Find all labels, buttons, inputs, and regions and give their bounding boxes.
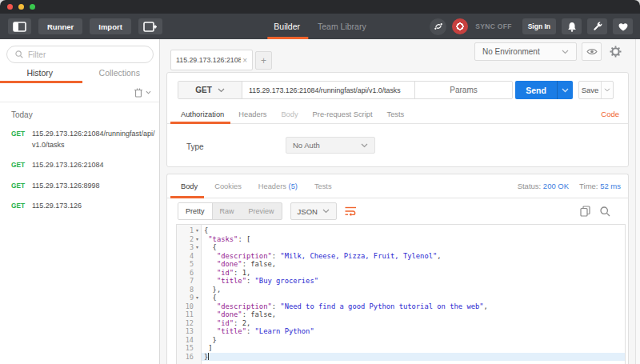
response-status: Status: 200 OK Time: 52 ms [518,182,621,190]
body-label: Body [281,110,298,118]
wrap-lines-icon[interactable] [345,206,357,216]
app-toolbar: Runner Import Builder Team Library [0,14,640,39]
filter-input[interactable]: Filter [6,46,154,63]
import-label: Import [98,22,122,31]
headers-count: (5) [289,182,298,190]
sidebar-toggle-button[interactable] [8,18,31,34]
history-item[interactable]: GET 115.29.173.126:8998 [11,181,159,192]
environment-select[interactable]: No Environment [474,42,577,61]
chevron-down-icon[interactable] [146,90,151,94]
tab-body[interactable]: Body [281,105,298,123]
tab-authorization[interactable]: Authorization [181,105,224,123]
history-item[interactable]: GET 115.29.173.126 [11,201,159,212]
environment-settings-button[interactable] [606,42,625,61]
code-link[interactable]: Code [601,110,619,118]
response-tabs: Body Cookies Headers (5) Tests Status: 2… [167,174,628,198]
save-options-caret[interactable] [601,82,613,98]
response-card: Body Cookies Headers (5) Tests Status: 2… [166,174,629,364]
tab-response-headers[interactable]: Headers (5) [258,174,298,198]
runner-button[interactable]: Runner [38,18,82,34]
tab-tests[interactable]: Tests [387,105,405,123]
gear-icon [610,46,622,58]
send-button[interactable]: Send [515,81,573,99]
prerequest-label: Pre-request Script [313,110,373,118]
history-tab-underline [0,81,82,83]
history-url: 115.29.173.126:21084 [32,160,157,171]
response-body-label: Body [181,182,198,190]
code-lines: { "tasks": [ { "description": "Milk, Che… [202,225,625,364]
send-options-caret[interactable] [557,81,573,99]
params-button[interactable]: Params [414,82,512,98]
sync-status-icon[interactable] [452,18,468,34]
zoom-window-button[interactable] [30,4,35,10]
main-area: 115.29.173.126:2108 × + No Environment [160,39,640,364]
notifications-button[interactable] [562,18,582,34]
tab-headers[interactable]: Headers [238,105,266,123]
team-library-label: Team Library [318,22,366,31]
request-tab[interactable]: 115.29.173.126:2108 × [170,50,253,70]
tab-history[interactable]: History [0,65,80,81]
language-select[interactable]: JSON [290,202,337,220]
close-tab-icon[interactable]: × [241,56,247,65]
tab-team-library[interactable]: Team Library [318,14,366,39]
auth-type-value: No Auth [293,141,320,150]
tab-response-body[interactable]: Body [181,174,198,198]
tab-collections[interactable]: Collections [80,65,160,81]
view-pretty-button[interactable]: Pretty [178,203,213,219]
method-badge: GET [11,201,32,212]
tab-cookies[interactable]: Cookies [214,174,242,198]
history-item[interactable]: GET 115.29.173.126:21084/runningfast/api… [11,129,159,150]
history-item[interactable]: GET 115.29.173.126:21084 [11,160,159,171]
interceptor-button[interactable] [430,18,446,35]
search-icon [15,50,23,58]
tests-label: Tests [387,110,405,118]
search-icon[interactable] [600,206,610,217]
auth-type-select[interactable]: No Auth [286,137,375,154]
settings-button[interactable] [587,18,607,34]
method-select[interactable]: GET [178,82,242,98]
language-value: JSON [298,207,318,216]
environment-preview-button[interactable] [582,42,602,61]
chevron-down-icon [322,209,330,214]
postman-window: Runner Import Builder Team Library [0,0,640,364]
method-badge: GET [11,181,32,192]
status-label: Status: [518,182,542,190]
trash-icon[interactable] [134,87,143,98]
request-builder-card: GET 115.29.173.126:21084/runningfast/api… [166,72,629,167]
tab-prerequest-script[interactable]: Pre-request Script [313,105,373,123]
chevron-down-icon [361,143,368,148]
chevron-down-icon [562,50,569,54]
minimize-window-button[interactable] [18,4,24,10]
authorization-label: Authorization [181,110,224,118]
url-input[interactable]: 115.29.173.126:21084/runningfast/api/v1.… [242,82,414,98]
code-gutter: 1▾2▾3▾456789▾10111213141516 [177,225,202,364]
response-tests-label: Tests [314,182,332,190]
auth-type-label: Type [186,142,204,151]
heart-icon [618,22,628,31]
sign-in-button[interactable]: Sign In [522,18,556,34]
tab-builder[interactable]: Builder [274,14,300,39]
response-body-editor[interactable]: 1▾2▾3▾456789▾10111213141516 { "tasks": [… [176,224,626,364]
request-tab-label: 115.29.173.126:2108 [176,56,241,64]
history-url: 115.29.173.126:21084/runningfast/api/v1.… [32,129,157,150]
runner-label: Runner [47,22,74,31]
tab-response-tests[interactable]: Tests [314,174,332,198]
close-window-button[interactable] [7,4,13,10]
favorites-button[interactable] [613,18,633,34]
history-url: 115.29.173.126 [32,201,157,212]
send-label: Send [515,81,557,99]
method-value: GET [195,86,212,94]
view-raw-button[interactable]: Raw [213,203,242,219]
import-button[interactable]: Import [90,18,131,34]
copy-icon[interactable] [580,206,590,217]
method-badge: GET [11,160,32,171]
save-button[interactable]: Save [578,81,614,99]
new-tab-button[interactable]: + [255,51,272,70]
history-label: History [26,68,53,78]
cookies-label: Cookies [214,182,242,190]
new-window-button[interactable] [138,18,162,34]
view-preview-button[interactable]: Preview [242,203,282,219]
collections-label: Collections [99,68,140,78]
request-tabs: Authorization Headers Body Pre-request S… [167,105,628,124]
response-toolbar: Pretty Raw Preview JSON [167,198,628,224]
